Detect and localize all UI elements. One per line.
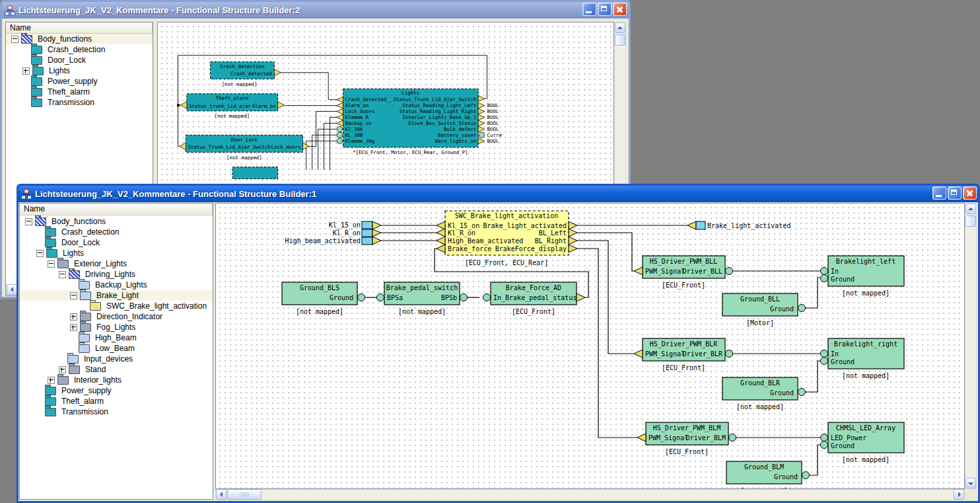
tree-item-swc-brake-light-activation[interactable]: SWC_Brake_light_activation bbox=[20, 301, 213, 311]
port-in-power[interactable] bbox=[377, 294, 384, 301]
external-output[interactable]: Brake_light_activated bbox=[687, 221, 790, 230]
diagram-hscrollbar-1[interactable] bbox=[215, 489, 965, 500]
expand-icon[interactable] bbox=[70, 313, 77, 321]
port-in-power[interactable] bbox=[821, 350, 828, 358]
port-in-power[interactable] bbox=[337, 126, 342, 132]
port-out-alarm-on[interactable] bbox=[278, 102, 285, 108]
block-partial-hidden[interactable] bbox=[232, 167, 277, 179]
port-out[interactable] bbox=[478, 96, 485, 102]
block-ground-bll[interactable]: Ground_BLL Ground [Motor] bbox=[722, 293, 806, 327]
block-brakelight-right[interactable]: Brakelight_right In Ground [not mapped] bbox=[821, 338, 905, 379]
port-out[interactable] bbox=[569, 221, 577, 229]
external-port-square[interactable] bbox=[362, 221, 372, 229]
block-chmsl-led-array[interactable]: CHMSL_LED_Array LED_Power Ground [not ma… bbox=[821, 422, 905, 463]
tree-item-direction-indicator[interactable]: Direction_Indicator bbox=[20, 311, 213, 322]
tree-item-body-functions[interactable]: Body_functions bbox=[6, 34, 153, 44]
port-out-power[interactable] bbox=[729, 434, 736, 442]
port-out[interactable] bbox=[372, 237, 381, 245]
collapse-icon[interactable] bbox=[70, 292, 77, 299]
titlebar-builder-1[interactable]: Lichtsteuerung_JK_V2_Kommentare - Functi… bbox=[18, 186, 978, 202]
port-in-power[interactable] bbox=[821, 442, 828, 449]
fsb-diagram-1[interactable]: Kl_15_on Kl_R_on High_beam_activated SWC bbox=[216, 204, 965, 489]
port-in[interactable] bbox=[337, 108, 343, 114]
tree-item-crash-detection[interactable]: Crash_detection bbox=[20, 227, 213, 237]
port-in-power[interactable] bbox=[337, 138, 342, 143]
tree-item-power-supply[interactable]: Power_supply bbox=[20, 385, 213, 396]
collapse-icon[interactable] bbox=[36, 250, 44, 257]
scroll-up-button[interactable] bbox=[615, 22, 625, 33]
expand-icon[interactable] bbox=[22, 67, 30, 75]
scroll-thumb[interactable] bbox=[615, 34, 625, 46]
external-port-square[interactable] bbox=[362, 237, 372, 245]
port-in[interactable] bbox=[634, 267, 643, 275]
tree-item-backup-lights[interactable]: Backup_Lights bbox=[20, 280, 213, 290]
port-out-power[interactable] bbox=[798, 389, 806, 396]
external-port-square[interactable] bbox=[362, 229, 372, 237]
port-in[interactable] bbox=[634, 350, 643, 358]
port-in-power[interactable] bbox=[821, 358, 828, 365]
block-ground-bls[interactable]: Ground_BLS Ground [not mapped] bbox=[282, 282, 365, 315]
collapse-icon[interactable] bbox=[11, 36, 18, 43]
minimize-button[interactable] bbox=[932, 186, 946, 200]
tree-item-theft-alarm[interactable]: Theft_alarm bbox=[6, 87, 153, 97]
port-out-power[interactable] bbox=[798, 305, 806, 312]
block-brake-force-ad[interactable]: Brake_Force_AD In_Brake_pedal_status [EC… bbox=[483, 282, 586, 316]
port-in[interactable] bbox=[337, 102, 343, 108]
port-out-power[interactable] bbox=[460, 294, 468, 301]
port-out-power[interactable] bbox=[358, 294, 365, 301]
scroll-up-button[interactable] bbox=[965, 204, 976, 214]
port-in[interactable] bbox=[337, 114, 343, 120]
port-in-power[interactable] bbox=[821, 275, 828, 282]
port-out[interactable] bbox=[478, 138, 485, 144]
port-out-power[interactable] bbox=[802, 472, 810, 479]
port-out[interactable] bbox=[372, 229, 381, 237]
port-out[interactable] bbox=[372, 221, 381, 229]
tree-item-high-beam[interactable]: High_Beam bbox=[20, 332, 213, 343]
port-out-power[interactable] bbox=[479, 132, 484, 137]
port-out[interactable] bbox=[569, 229, 577, 237]
tree-item-power-supply[interactable]: Power_supply bbox=[6, 76, 153, 87]
port-in[interactable] bbox=[437, 229, 445, 237]
port-out[interactable] bbox=[478, 102, 485, 108]
port-out-power[interactable] bbox=[726, 268, 733, 275]
port-out-power[interactable] bbox=[726, 350, 733, 358]
tree-item-driving-lights[interactable]: Driving_Lights bbox=[20, 269, 213, 280]
collapse-icon[interactable] bbox=[25, 218, 32, 225]
tree-item-lights[interactable]: Lights bbox=[20, 248, 213, 258]
tree-item-door-lock[interactable]: Door_Lock bbox=[6, 55, 153, 65]
port-in-status-switch[interactable] bbox=[180, 143, 186, 149]
tree-item-body-functions[interactable]: Body_functions bbox=[20, 216, 213, 227]
scroll-left-button[interactable] bbox=[216, 489, 227, 500]
tree-item-door-lock[interactable]: Door_Lock bbox=[20, 237, 213, 248]
port-in-power[interactable] bbox=[337, 132, 342, 137]
close-button[interactable] bbox=[613, 3, 627, 16]
tree-item-stand[interactable]: Stand bbox=[20, 364, 213, 375]
block-brake-pedal-switch[interactable]: Brake_pedal_switch BPSa BPSb [not mapped… bbox=[377, 282, 468, 315]
tree-item-exterior-lights[interactable]: Exterior_Lights bbox=[20, 258, 213, 269]
port-in-power[interactable] bbox=[483, 294, 491, 301]
scroll-left-button[interactable] bbox=[7, 284, 17, 295]
tree-item-fog-lights[interactable]: Fog_Lights bbox=[20, 322, 213, 332]
port-out[interactable] bbox=[569, 237, 577, 245]
tree-item-lights[interactable]: Lights bbox=[6, 65, 153, 76]
tree-item-transmission[interactable]: Transmission bbox=[6, 97, 153, 108]
port-in[interactable] bbox=[437, 245, 445, 252]
tree-item-transmission[interactable]: Transmission bbox=[20, 406, 213, 417]
collapse-icon[interactable] bbox=[59, 271, 66, 278]
block-crash-detection[interactable]: Crash_detection Crash_detected [not mapp… bbox=[211, 61, 281, 87]
port-in[interactable] bbox=[437, 221, 445, 229]
external-port-square[interactable] bbox=[696, 221, 705, 229]
scroll-down-button[interactable] bbox=[965, 478, 976, 488]
port-out-crash-detected[interactable] bbox=[274, 69, 281, 76]
block-brakelight-left[interactable]: Brakelight_left In Ground [not mapped] bbox=[821, 256, 905, 297]
maximize-button[interactable] bbox=[948, 186, 962, 200]
port-in-power[interactable] bbox=[821, 434, 828, 442]
block-hs-driver-pwm-blm[interactable]: HS_Driver_PWM_BLM PWM_Signal Driver_BLM … bbox=[637, 422, 736, 456]
expand-icon[interactable] bbox=[70, 324, 77, 331]
block-theft-alarm[interactable]: Theft_alarm Status_trunk_lid_ajar Alarm_… bbox=[180, 94, 284, 119]
port-in[interactable] bbox=[687, 221, 696, 229]
tree-item-theft-alarm[interactable]: Theft_alarm bbox=[20, 396, 213, 406]
scroll-right-button[interactable] bbox=[954, 489, 964, 500]
block-ground-blm[interactable]: Ground_BLM Ground [not mapped] bbox=[726, 461, 810, 489]
minimize-button[interactable] bbox=[582, 3, 596, 16]
